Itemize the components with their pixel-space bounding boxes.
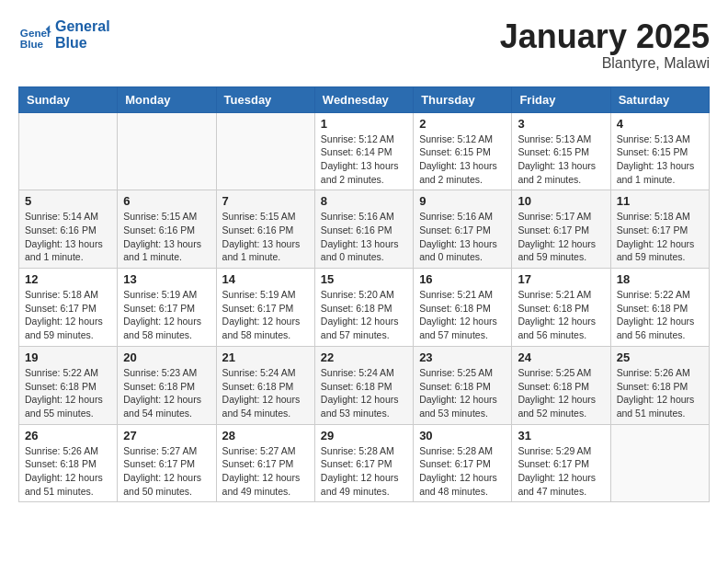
- day-number: 25: [617, 350, 703, 364]
- calendar-week-row: 1Sunrise: 5:12 AMSunset: 6:14 PMDaylight…: [19, 112, 710, 190]
- day-number: 26: [25, 429, 111, 442]
- day-number: 12: [25, 272, 111, 286]
- month-title: January 2025: [500, 18, 710, 55]
- calendar-cell: 2Sunrise: 5:12 AMSunset: 6:15 PMDaylight…: [414, 112, 512, 190]
- day-number: 19: [25, 350, 111, 364]
- day-number: 5: [25, 194, 111, 208]
- day-number: 7: [222, 194, 309, 208]
- logo-icon: General Blue: [18, 18, 51, 52]
- title-block: January 2025 Blantyre, Malawi: [500, 18, 710, 72]
- day-info: Sunrise: 5:12 AMSunset: 6:15 PMDaylight:…: [419, 132, 506, 187]
- day-info: Sunrise: 5:24 AMSunset: 6:18 PMDaylight:…: [321, 366, 407, 420]
- calendar-cell: 29Sunrise: 5:28 AMSunset: 6:17 PMDayligh…: [314, 424, 413, 502]
- calendar-header-row: SundayMondayTuesdayWednesdayThursdayFrid…: [19, 86, 710, 112]
- logo-text-line2: Blue: [55, 35, 110, 52]
- day-info: Sunrise: 5:25 AMSunset: 6:18 PMDaylight:…: [518, 366, 604, 420]
- weekday-header-friday: Friday: [512, 86, 610, 112]
- day-number: 24: [518, 350, 604, 364]
- day-number: 11: [617, 194, 703, 208]
- day-info: Sunrise: 5:25 AMSunset: 6:18 PMDaylight:…: [419, 366, 506, 420]
- day-info: Sunrise: 5:26 AMSunset: 6:18 PMDaylight:…: [25, 444, 111, 499]
- calendar-week-row: 26Sunrise: 5:26 AMSunset: 6:18 PMDayligh…: [19, 424, 710, 502]
- day-info: Sunrise: 5:16 AMSunset: 6:16 PMDaylight:…: [321, 210, 407, 264]
- logo-text-line1: General: [55, 18, 110, 35]
- calendar-cell: 31Sunrise: 5:29 AMSunset: 6:17 PMDayligh…: [512, 424, 610, 502]
- calendar-cell: 5Sunrise: 5:14 AMSunset: 6:16 PMDaylight…: [19, 190, 118, 269]
- weekday-header-sunday: Sunday: [19, 86, 118, 112]
- day-info: Sunrise: 5:28 AMSunset: 6:17 PMDaylight:…: [419, 444, 506, 499]
- calendar-cell: 3Sunrise: 5:13 AMSunset: 6:15 PMDaylight…: [512, 112, 610, 190]
- day-info: Sunrise: 5:15 AMSunset: 6:16 PMDaylight:…: [123, 210, 210, 264]
- day-info: Sunrise: 5:18 AMSunset: 6:17 PMDaylight:…: [617, 210, 703, 264]
- day-number: 18: [617, 272, 703, 286]
- day-number: 1: [321, 117, 407, 131]
- weekday-header-monday: Monday: [118, 86, 216, 112]
- day-info: Sunrise: 5:21 AMSunset: 6:18 PMDaylight:…: [419, 288, 506, 342]
- day-info: Sunrise: 5:13 AMSunset: 6:15 PMDaylight:…: [617, 132, 703, 187]
- day-number: 3: [518, 117, 604, 131]
- day-number: 22: [321, 350, 407, 364]
- calendar-cell: 19Sunrise: 5:22 AMSunset: 6:18 PMDayligh…: [19, 346, 118, 424]
- day-number: 16: [419, 272, 506, 286]
- day-number: 27: [123, 429, 210, 442]
- day-number: 17: [518, 272, 604, 286]
- svg-text:Blue: Blue: [20, 38, 44, 50]
- day-info: Sunrise: 5:23 AMSunset: 6:18 PMDaylight:…: [123, 366, 210, 420]
- calendar-cell: 8Sunrise: 5:16 AMSunset: 6:16 PMDaylight…: [314, 190, 413, 269]
- day-number: 6: [123, 194, 210, 208]
- day-info: Sunrise: 5:26 AMSunset: 6:18 PMDaylight:…: [617, 366, 703, 420]
- calendar-cell: 18Sunrise: 5:22 AMSunset: 6:18 PMDayligh…: [610, 269, 709, 347]
- day-info: Sunrise: 5:28 AMSunset: 6:17 PMDaylight:…: [321, 444, 407, 499]
- calendar-cell: 15Sunrise: 5:20 AMSunset: 6:18 PMDayligh…: [314, 269, 413, 347]
- calendar-cell: [610, 424, 709, 502]
- calendar-cell: 4Sunrise: 5:13 AMSunset: 6:15 PMDaylight…: [610, 112, 709, 190]
- day-number: 20: [123, 350, 210, 364]
- day-info: Sunrise: 5:24 AMSunset: 6:18 PMDaylight:…: [222, 366, 309, 420]
- day-number: 14: [222, 272, 309, 286]
- page-header: General Blue General Blue January 2025 B…: [18, 18, 710, 72]
- calendar-cell: 17Sunrise: 5:21 AMSunset: 6:18 PMDayligh…: [512, 269, 610, 347]
- calendar-cell: 22Sunrise: 5:24 AMSunset: 6:18 PMDayligh…: [314, 346, 413, 424]
- calendar-cell: [216, 112, 314, 190]
- calendar-cell: 30Sunrise: 5:28 AMSunset: 6:17 PMDayligh…: [414, 424, 512, 502]
- day-info: Sunrise: 5:29 AMSunset: 6:17 PMDaylight:…: [518, 444, 604, 499]
- day-number: 29: [321, 429, 407, 442]
- day-info: Sunrise: 5:18 AMSunset: 6:17 PMDaylight:…: [25, 288, 111, 342]
- calendar-cell: 24Sunrise: 5:25 AMSunset: 6:18 PMDayligh…: [512, 346, 610, 424]
- day-number: 9: [419, 194, 506, 208]
- day-info: Sunrise: 5:19 AMSunset: 6:17 PMDaylight:…: [222, 288, 309, 342]
- calendar-cell: 7Sunrise: 5:15 AMSunset: 6:16 PMDaylight…: [216, 190, 314, 269]
- calendar-cell: 11Sunrise: 5:18 AMSunset: 6:17 PMDayligh…: [610, 190, 709, 269]
- calendar-cell: 1Sunrise: 5:12 AMSunset: 6:14 PMDaylight…: [314, 112, 413, 190]
- calendar-cell: [118, 112, 216, 190]
- calendar-week-row: 5Sunrise: 5:14 AMSunset: 6:16 PMDaylight…: [19, 190, 710, 269]
- day-number: 28: [222, 429, 309, 442]
- calendar-cell: 12Sunrise: 5:18 AMSunset: 6:17 PMDayligh…: [19, 269, 118, 347]
- calendar-table: SundayMondayTuesdayWednesdayThursdayFrid…: [18, 86, 710, 503]
- day-info: Sunrise: 5:19 AMSunset: 6:17 PMDaylight:…: [123, 288, 210, 342]
- calendar-cell: 13Sunrise: 5:19 AMSunset: 6:17 PMDayligh…: [118, 269, 216, 347]
- day-info: Sunrise: 5:22 AMSunset: 6:18 PMDaylight:…: [617, 288, 703, 342]
- calendar-week-row: 12Sunrise: 5:18 AMSunset: 6:17 PMDayligh…: [19, 269, 710, 347]
- day-info: Sunrise: 5:27 AMSunset: 6:17 PMDaylight:…: [123, 444, 210, 499]
- day-number: 21: [222, 350, 309, 364]
- day-number: 10: [518, 194, 604, 208]
- calendar-cell: 25Sunrise: 5:26 AMSunset: 6:18 PMDayligh…: [610, 346, 709, 424]
- calendar-cell: 21Sunrise: 5:24 AMSunset: 6:18 PMDayligh…: [216, 346, 314, 424]
- day-number: 30: [419, 429, 506, 442]
- day-info: Sunrise: 5:22 AMSunset: 6:18 PMDaylight:…: [25, 366, 111, 420]
- day-number: 2: [419, 117, 506, 131]
- day-info: Sunrise: 5:15 AMSunset: 6:16 PMDaylight:…: [222, 210, 309, 264]
- weekday-header-tuesday: Tuesday: [216, 86, 314, 112]
- weekday-header-wednesday: Wednesday: [314, 86, 413, 112]
- calendar-cell: 16Sunrise: 5:21 AMSunset: 6:18 PMDayligh…: [414, 269, 512, 347]
- day-number: 23: [419, 350, 506, 364]
- day-number: 15: [321, 272, 407, 286]
- weekday-header-saturday: Saturday: [610, 86, 709, 112]
- calendar-week-row: 19Sunrise: 5:22 AMSunset: 6:18 PMDayligh…: [19, 346, 710, 424]
- day-info: Sunrise: 5:12 AMSunset: 6:14 PMDaylight:…: [321, 132, 407, 187]
- day-info: Sunrise: 5:13 AMSunset: 6:15 PMDaylight:…: [518, 132, 604, 187]
- weekday-header-thursday: Thursday: [414, 86, 512, 112]
- day-info: Sunrise: 5:14 AMSunset: 6:16 PMDaylight:…: [25, 210, 111, 264]
- calendar-cell: 20Sunrise: 5:23 AMSunset: 6:18 PMDayligh…: [118, 346, 216, 424]
